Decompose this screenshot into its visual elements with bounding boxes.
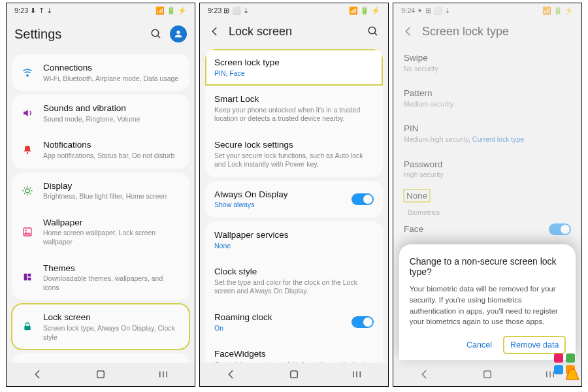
row-title: Smart Lock (214, 93, 374, 105)
setting-row[interactable]: Lock screenScreen lock type, Always On D… (12, 304, 189, 350)
row-subtitle: On (214, 324, 342, 333)
phone-lock-screen: 9:23 ⊞ ⬜ ⇣ 📶 🔋 ⚡ Lock screen Screen lock… (199, 3, 389, 387)
nav-bar (7, 363, 195, 386)
row-subtitle: Brightness, Blue light filter, Home scre… (43, 192, 180, 201)
row-subtitle: PIN, Face (214, 69, 374, 78)
nav-recents[interactable] (350, 367, 364, 382)
row-title: Display (43, 180, 180, 192)
status-bar: 9:23 ⬇ ⤒ ⇣ 📶 🔋 ⚡ (7, 3, 195, 18)
svg-point-15 (25, 229, 27, 231)
phone-settings-main: 9:23 ⬇ ⤒ ⇣ 📶 🔋 ⚡ Settings ConnectionsWi-… (6, 3, 195, 387)
svg-line-11 (30, 193, 31, 194)
row-subtitle: Screen lock type, Always On Display, Clo… (43, 324, 180, 342)
row-title: Clock style (214, 266, 374, 278)
setting-row[interactable]: WallpaperHome screen wallpaper, Lock scr… (12, 209, 189, 255)
header: Settings (7, 18, 195, 50)
setting-row[interactable]: Biometrics and securityFace recognition,… (12, 353, 189, 363)
status-bar: 9:24 ✦ ⊞ ⬜ ⇣ 📶 🔋 ⚡ (393, 3, 581, 18)
svg-rect-37 (554, 365, 563, 374)
nav-back[interactable] (31, 367, 45, 382)
row-title: Connections (43, 62, 180, 74)
row-subtitle: Set the type and color for the clock on … (214, 278, 374, 296)
row-subtitle: Wi-Fi, Bluetooth, Airplane mode, Data us… (43, 74, 180, 84)
row-subtitle: Medium security (404, 100, 571, 109)
list-item[interactable]: Secure lock settingsSet your secure lock… (205, 131, 383, 177)
setting-row[interactable]: ThemesDownloadable themes, wallpapers, a… (12, 255, 189, 301)
svg-point-3 (27, 74, 28, 76)
nav-home[interactable] (287, 367, 301, 382)
lockscreen-list[interactable]: Screen lock typePIN, FaceSmart LockKeep … (200, 45, 388, 363)
row-title: Swipe (404, 52, 571, 64)
dialog-body: Your biometric data will be removed for … (410, 284, 566, 327)
page-title: Settings (14, 27, 142, 42)
list-item[interactable]: Smart LockKeep your phone unlocked when … (205, 86, 383, 131)
confirm-dialog: Change to a non-secure screen lock type?… (399, 244, 576, 360)
setting-row[interactable]: Sounds and vibrationSound mode, Ringtone… (12, 95, 189, 131)
svg-point-4 (27, 152, 29, 154)
page-title: Lock screen (229, 25, 359, 39)
locktype-option[interactable]: PasswordHigh security (393, 152, 581, 187)
toggle-switch[interactable] (549, 223, 571, 235)
row-title: PIN (404, 123, 571, 135)
list-item[interactable]: FaceWidgetsGet quick access to useful in… (205, 340, 383, 363)
svg-line-26 (374, 33, 377, 35)
locktype-option[interactable]: PINMedium-high security, Current lock ty… (393, 116, 581, 151)
list-item[interactable]: Clock styleSet the type and color for th… (205, 258, 383, 304)
list-item[interactable]: Screen lock typePIN, Face (205, 49, 383, 86)
setting-row[interactable]: NotificationsApp notifications, Status b… (12, 131, 189, 168)
svg-rect-35 (554, 353, 563, 363)
row-title: FaceWidgets (214, 348, 374, 360)
list-item[interactable]: Always On DisplayShow always (205, 181, 383, 218)
watermark-icon (549, 348, 582, 385)
locktype-option[interactable]: PatternMedium security (393, 80, 581, 116)
row-subtitle: Sound mode, Ringtone, Volume (43, 115, 180, 124)
svg-point-2 (176, 31, 180, 34)
svg-rect-36 (566, 353, 575, 363)
row-title: Notifications (43, 139, 180, 151)
svg-rect-19 (24, 326, 30, 331)
svg-rect-18 (28, 278, 31, 281)
nav-home[interactable] (480, 367, 495, 382)
row-subtitle: App notifications, Status bar, Do not di… (43, 152, 180, 161)
nav-back[interactable] (224, 367, 238, 382)
header: Screen lock type (393, 18, 581, 45)
locktype-none[interactable]: None (404, 189, 430, 202)
svg-rect-14 (24, 228, 31, 236)
nav-home[interactable] (93, 367, 108, 382)
biometrics-label: Biometrics (393, 204, 581, 216)
profile-avatar[interactable] (170, 25, 187, 42)
status-bar: 9:23 ⊞ ⬜ ⇣ 📶 🔋 ⚡ (200, 3, 388, 18)
list-item[interactable]: Roaming clockOn (205, 304, 383, 340)
svg-line-1 (157, 35, 160, 38)
row-subtitle: No security (404, 65, 571, 74)
toggle-switch[interactable] (351, 193, 374, 205)
wallpaper-icon (21, 225, 34, 238)
svg-line-10 (24, 187, 25, 188)
list-item[interactable]: Wallpaper servicesNone (205, 221, 383, 258)
settings-list[interactable]: ConnectionsWi-Fi, Bluetooth, Airplane mo… (7, 50, 195, 363)
back-icon[interactable] (401, 24, 416, 39)
theme-icon (21, 270, 34, 284)
back-icon[interactable] (208, 24, 222, 39)
row-title: Wallpaper (43, 217, 180, 229)
biometric-option[interactable]: Face (393, 216, 581, 242)
setting-row[interactable]: DisplayBrightness, Blue light filter, Ho… (12, 172, 189, 209)
svg-rect-27 (291, 371, 298, 378)
dialog-title: Change to a non-secure screen lock type? (410, 256, 566, 277)
search-icon[interactable] (366, 24, 380, 39)
setting-row[interactable]: ConnectionsWi-Fi, Bluetooth, Airplane mo… (12, 54, 189, 91)
row-title: Lock screen (43, 312, 180, 323)
row-subtitle: Set your secure lock functions, such as … (214, 152, 374, 169)
nav-back[interactable] (417, 367, 432, 382)
phone-screen-lock-type: 9:24 ✦ ⊞ ⬜ ⇣ 📶 🔋 ⚡ Screen lock type Swip… (393, 3, 582, 387)
svg-rect-17 (28, 274, 31, 277)
search-icon[interactable] (149, 27, 163, 41)
locktype-option[interactable]: SwipeNo security (393, 45, 581, 80)
svg-rect-21 (97, 371, 105, 378)
cancel-button[interactable]: Cancel (460, 336, 498, 353)
toggle-switch[interactable] (351, 316, 374, 328)
row-title: Password (404, 159, 571, 171)
nav-recents[interactable] (156, 367, 171, 382)
row-title: Wallpaper services (214, 229, 374, 241)
row-title: Always On Display (214, 189, 342, 201)
